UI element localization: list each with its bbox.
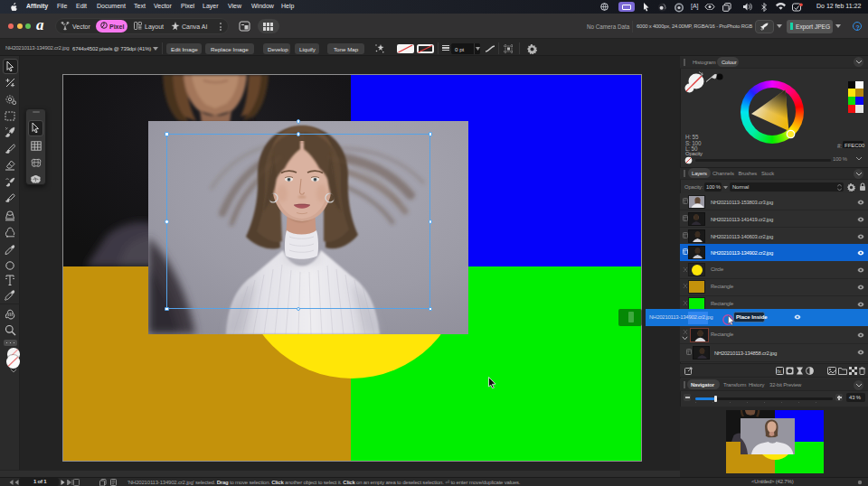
svg-text:fx: fx [778,369,781,374]
